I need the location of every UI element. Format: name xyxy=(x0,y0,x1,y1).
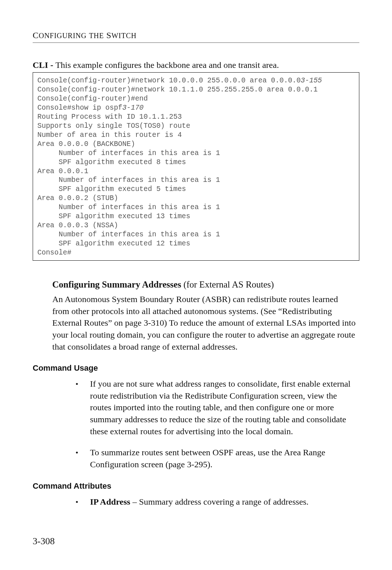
page-number: 3-308 xyxy=(33,536,55,547)
section-heading: Configuring Summary Addresses (for Exter… xyxy=(52,280,356,290)
header-rule xyxy=(33,42,359,43)
attributes-block: IP Address – Summary address covering a … xyxy=(52,496,356,508)
running-head: CONFIGURING THE SWITCH xyxy=(33,30,359,40)
command-usage-heading: Command Usage xyxy=(33,363,359,373)
attribute-term: IP Address xyxy=(90,497,130,506)
usage-block: If you are not sure what address ranges … xyxy=(52,378,356,470)
cli-code-block: Console(config-router)#network 10.0.0.0 … xyxy=(33,72,359,261)
main-paragraph: An Autonomous System Boundary Router (AS… xyxy=(52,293,356,353)
usage-bullet-list: If you are not sure what address ranges … xyxy=(52,378,356,470)
command-attributes-heading: Command Attributes xyxy=(33,481,359,491)
list-item: To summarize routes sent between OSPF ar… xyxy=(73,447,356,470)
attribute-desc: – Summary address covering a range of ad… xyxy=(130,497,309,506)
section-heading-bold: Configuring Summary Addresses xyxy=(52,280,181,289)
list-item: IP Address – Summary address covering a … xyxy=(73,496,356,508)
list-item: If you are not sure what address ranges … xyxy=(73,378,356,437)
cli-intro-line: CLI - This example configures the backbo… xyxy=(33,60,359,70)
body-content: Configuring Summary Addresses (for Exter… xyxy=(52,280,356,353)
page-container: CONFIGURING THE SWITCH CLI - This exampl… xyxy=(0,0,392,570)
section-heading-sub: (for External AS Routes) xyxy=(181,280,274,289)
cli-label: CLI - xyxy=(33,60,56,70)
cli-intro-text: This example configures the backbone are… xyxy=(56,60,279,70)
attributes-bullet-list: IP Address – Summary address covering a … xyxy=(52,496,356,508)
